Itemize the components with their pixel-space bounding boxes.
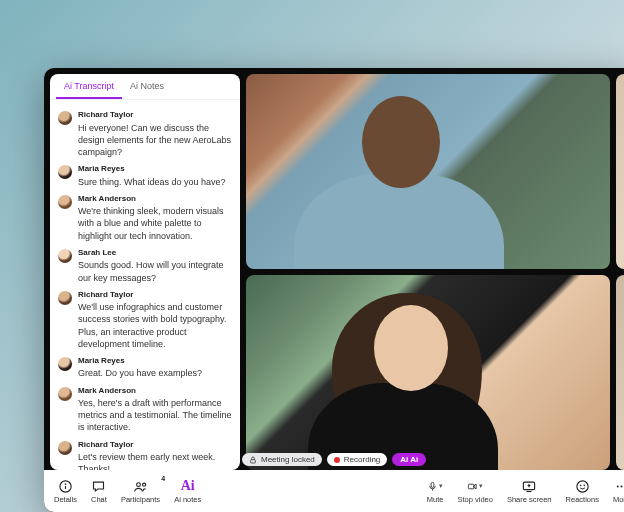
meeting-locked-label: Meeting locked [261,455,315,464]
video-tile-offscreen-top[interactable] [616,74,624,269]
details-button[interactable]: Details [54,478,77,504]
svg-rect-0 [251,459,256,462]
share-screen-label: Share screen [507,495,552,504]
message-text: Great. Do you have examples? [78,367,232,379]
message-text: Hi everyone! Can we discuss the design e… [78,122,232,158]
speaker-name: Maria Reyes [78,164,232,174]
meeting-locked-pill: Meeting locked [242,453,322,466]
video-icon: ▾ [467,478,483,494]
participant-figure [246,275,610,470]
ai-icon: Ai [180,478,196,494]
message-body: Mark AndersonWe're thinking sleek, moder… [78,194,232,242]
avatar [58,387,72,401]
speaker-name: Richard Taylor [78,110,232,120]
speaker-name: Maria Reyes [78,356,232,366]
message-body: Maria ReyesSure thing. What ideas do you… [78,164,232,188]
message-text: Yes, here's a draft with performance met… [78,397,232,433]
message-body: Mark AndersonYes, here's a draft with pe… [78,386,232,434]
message-text: Let's review them early next week. Thank… [78,451,232,470]
message-body: Maria ReyesGreat. Do you have examples? [78,356,232,380]
transcript-message: Richard TaylorLet's review them early ne… [58,440,232,470]
svg-point-9 [577,480,588,491]
tab-ai-notes[interactable]: Ai Notes [122,74,172,99]
chevron-down-icon: ▾ [479,482,483,490]
transcript-message: Maria ReyesGreat. Do you have examples? [58,356,232,380]
toolbar-right: ▾ Mute ▾ Stop video Share screen [427,478,624,504]
avatar [58,165,72,179]
transcript-message: Richard TaylorWe'll use infographics and… [58,290,232,350]
toolbar-left: Details Chat 4 Participants Ai Ai notes [54,478,201,504]
participants-count: 4 [161,475,165,482]
avatar [58,249,72,263]
message-text: Sure thing. What ideas do you have? [78,176,232,188]
microphone-icon: ▾ [427,478,443,494]
transcript-message: Mark AndersonYes, here's a draft with pe… [58,386,232,434]
reactions-label: Reactions [566,495,599,504]
stop-video-label: Stop video [457,495,492,504]
video-row-top [246,74,624,269]
video-grid [246,74,624,470]
details-label: Details [54,495,77,504]
avatar [58,111,72,125]
share-screen-button[interactable]: Share screen [507,478,552,504]
svg-point-5 [142,483,145,486]
svg-point-13 [620,485,622,487]
svg-point-12 [617,485,619,487]
transcript-message: Mark AndersonWe're thinking sleek, moder… [58,194,232,242]
message-body: Sarah LeeSounds good. How will you integ… [78,248,232,284]
avatar [58,441,72,455]
message-body: Richard TaylorHi everyone! Can we discus… [78,110,232,158]
transcript-message: Maria ReyesSure thing. What ideas do you… [58,164,232,188]
transcript-tabs: Ai Transcript Ai Notes [50,74,240,100]
recording-pill: Recording [327,453,387,466]
video-tile-offscreen-bottom[interactable] [616,275,624,470]
more-label: More [613,495,624,504]
participants-button[interactable]: 4 Participants [121,478,160,504]
meeting-window: Ai Transcript Ai Notes Richard TaylorHi … [44,68,624,512]
more-button[interactable]: More [613,478,624,504]
avatar [58,291,72,305]
reactions-button[interactable]: Reactions [566,478,599,504]
info-icon [57,478,73,494]
chat-icon [91,478,107,494]
video-tile-participant-1[interactable] [246,74,610,269]
speaker-name: Richard Taylor [78,440,232,450]
transcript-panel: Ai Transcript Ai Notes Richard TaylorHi … [50,74,240,470]
speaker-name: Mark Anderson [78,386,232,396]
smile-icon [574,478,590,494]
chevron-down-icon: ▾ [439,482,443,490]
transcript-messages[interactable]: Richard TaylorHi everyone! Can we discus… [50,100,240,470]
chat-button[interactable]: Chat [91,478,107,504]
svg-point-11 [584,484,585,485]
message-text: We're thinking sleek, modern visuals wit… [78,205,232,241]
record-dot-icon [334,457,340,463]
message-text: We'll use infographics and customer succ… [78,301,232,350]
recording-label: Recording [344,455,380,464]
message-body: Richard TaylorWe'll use infographics and… [78,290,232,350]
lock-icon [249,456,257,464]
content-row: Ai Transcript Ai Notes Richard TaylorHi … [44,68,624,470]
svg-point-4 [136,482,140,486]
participants-label: Participants [121,495,160,504]
video-row-bottom [246,275,624,470]
speaker-name: Sarah Lee [78,248,232,258]
ai-notes-button[interactable]: Ai Ai notes [174,478,201,504]
stop-video-button[interactable]: ▾ Stop video [457,478,492,504]
svg-point-3 [65,483,66,484]
svg-point-10 [580,484,581,485]
chat-label: Chat [91,495,107,504]
ai-badge: Ai Ai [392,453,426,466]
people-icon [133,478,149,494]
video-tile-participant-2[interactable] [246,275,610,470]
mute-button[interactable]: ▾ Mute [427,478,444,504]
tab-ai-transcript[interactable]: Ai Transcript [56,74,122,99]
transcript-message: Richard TaylorHi everyone! Can we discus… [58,110,232,158]
avatar [58,357,72,371]
share-screen-icon [521,478,537,494]
ai-notes-label: Ai notes [174,495,201,504]
message-text: Sounds good. How will you integrate our … [78,259,232,283]
participant-figure [246,74,610,269]
status-pills: Meeting locked Recording Ai Ai [242,453,426,466]
speaker-name: Richard Taylor [78,290,232,300]
mute-label: Mute [427,495,444,504]
